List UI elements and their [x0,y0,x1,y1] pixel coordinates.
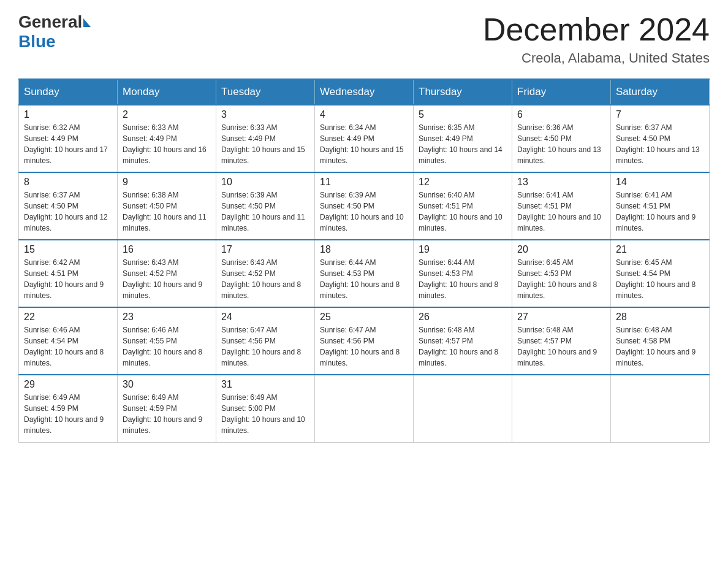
day-number: 31 [221,379,309,390]
day-number: 20 [517,244,605,255]
calendar-cell: 1Sunrise: 6:32 AMSunset: 4:49 PMDaylight… [19,105,118,172]
day-number: 29 [24,379,112,390]
col-thursday: Thursday [414,79,512,105]
day-info: Sunrise: 6:37 AMSunset: 4:50 PMDaylight:… [24,190,112,234]
month-title: December 2024 [483,12,710,47]
calendar-cell: 16Sunrise: 6:43 AMSunset: 4:52 PMDayligh… [118,240,216,307]
calendar-cell: 26Sunrise: 6:48 AMSunset: 4:57 PMDayligh… [414,307,512,375]
calendar-cell: 31Sunrise: 6:49 AMSunset: 5:00 PMDayligh… [216,375,315,442]
calendar-cell: 27Sunrise: 6:48 AMSunset: 4:57 PMDayligh… [512,307,611,375]
col-friday: Friday [512,79,611,105]
day-info: Sunrise: 6:36 AMSunset: 4:50 PMDaylight:… [517,122,605,166]
day-number: 1 [24,109,112,120]
header: General Blue December 2024 Creola, Alaba… [18,12,710,66]
logo-arrow-icon [83,18,91,27]
day-number: 25 [320,312,408,323]
day-info: Sunrise: 6:37 AMSunset: 4:50 PMDaylight:… [616,122,704,166]
day-number: 28 [616,312,704,323]
logo-area: General Blue [18,12,91,52]
calendar-cell: 6Sunrise: 6:36 AMSunset: 4:50 PMDaylight… [512,105,611,172]
calendar-cell: 25Sunrise: 6:47 AMSunset: 4:56 PMDayligh… [315,307,414,375]
day-info: Sunrise: 6:46 AMSunset: 4:55 PMDaylight:… [123,324,211,369]
day-info: Sunrise: 6:39 AMSunset: 4:50 PMDaylight:… [221,190,309,234]
day-number: 23 [123,312,211,323]
day-number: 11 [320,177,408,188]
day-number: 13 [517,177,605,188]
day-info: Sunrise: 6:46 AMSunset: 4:54 PMDaylight:… [24,324,112,369]
calendar-week-2: 8Sunrise: 6:37 AMSunset: 4:50 PMDaylight… [19,172,710,240]
calendar-cell: 19Sunrise: 6:44 AMSunset: 4:53 PMDayligh… [414,240,512,307]
calendar-cell: 4Sunrise: 6:34 AMSunset: 4:49 PMDaylight… [315,105,414,172]
day-number: 14 [616,177,704,188]
day-info: Sunrise: 6:43 AMSunset: 4:52 PMDaylight:… [123,257,211,301]
day-number: 4 [320,109,408,120]
calendar-cell: 13Sunrise: 6:41 AMSunset: 4:51 PMDayligh… [512,172,611,240]
day-info: Sunrise: 6:48 AMSunset: 4:57 PMDaylight:… [419,324,507,369]
calendar-cell [414,375,512,442]
day-info: Sunrise: 6:47 AMSunset: 4:56 PMDaylight:… [221,324,309,369]
day-info: Sunrise: 6:48 AMSunset: 4:57 PMDaylight:… [517,324,605,369]
day-number: 3 [221,109,309,120]
header-row: Sunday Monday Tuesday Wednesday Thursday… [19,79,710,105]
day-number: 17 [221,244,309,255]
day-number: 9 [123,177,211,188]
day-info: Sunrise: 6:41 AMSunset: 4:51 PMDaylight:… [616,190,704,234]
calendar-week-3: 15Sunrise: 6:42 AMSunset: 4:51 PMDayligh… [19,240,710,307]
calendar-cell: 22Sunrise: 6:46 AMSunset: 4:54 PMDayligh… [19,307,118,375]
calendar-cell [315,375,414,442]
calendar-cell: 12Sunrise: 6:40 AMSunset: 4:51 PMDayligh… [414,172,512,240]
calendar-week-4: 22Sunrise: 6:46 AMSunset: 4:54 PMDayligh… [19,307,710,375]
calendar-body: 1Sunrise: 6:32 AMSunset: 4:49 PMDaylight… [19,105,710,442]
day-number: 27 [517,312,605,323]
day-number: 16 [123,244,211,255]
title-area: December 2024 Creola, Alabama, United St… [483,12,710,66]
day-info: Sunrise: 6:34 AMSunset: 4:49 PMDaylight:… [320,122,408,166]
calendar-cell: 21Sunrise: 6:45 AMSunset: 4:54 PMDayligh… [611,240,710,307]
calendar-cell: 23Sunrise: 6:46 AMSunset: 4:55 PMDayligh… [118,307,216,375]
day-info: Sunrise: 6:48 AMSunset: 4:58 PMDaylight:… [616,324,704,369]
calendar-cell: 15Sunrise: 6:42 AMSunset: 4:51 PMDayligh… [19,240,118,307]
day-info: Sunrise: 6:35 AMSunset: 4:49 PMDaylight:… [419,122,507,166]
calendar-header: Sunday Monday Tuesday Wednesday Thursday… [19,79,710,105]
day-info: Sunrise: 6:44 AMSunset: 4:53 PMDaylight:… [419,257,507,301]
col-wednesday: Wednesday [315,79,414,105]
day-number: 12 [419,177,507,188]
calendar-week-5: 29Sunrise: 6:49 AMSunset: 4:59 PMDayligh… [19,375,710,442]
day-number: 18 [320,244,408,255]
calendar-cell: 14Sunrise: 6:41 AMSunset: 4:51 PMDayligh… [611,172,710,240]
day-number: 15 [24,244,112,255]
calendar-cell: 3Sunrise: 6:33 AMSunset: 4:49 PMDaylight… [216,105,315,172]
day-number: 7 [616,109,704,120]
day-number: 26 [419,312,507,323]
day-number: 10 [221,177,309,188]
calendar-cell: 18Sunrise: 6:44 AMSunset: 4:53 PMDayligh… [315,240,414,307]
calendar-cell: 7Sunrise: 6:37 AMSunset: 4:50 PMDaylight… [611,105,710,172]
col-saturday: Saturday [611,79,710,105]
calendar-cell: 29Sunrise: 6:49 AMSunset: 4:59 PMDayligh… [19,375,118,442]
calendar-cell: 9Sunrise: 6:38 AMSunset: 4:50 PMDaylight… [118,172,216,240]
col-tuesday: Tuesday [216,79,315,105]
calendar-cell [512,375,611,442]
day-info: Sunrise: 6:47 AMSunset: 4:56 PMDaylight:… [320,324,408,369]
calendar-cell: 20Sunrise: 6:45 AMSunset: 4:53 PMDayligh… [512,240,611,307]
day-number: 30 [123,379,211,390]
calendar-cell: 5Sunrise: 6:35 AMSunset: 4:49 PMDaylight… [414,105,512,172]
day-number: 21 [616,244,704,255]
day-info: Sunrise: 6:32 AMSunset: 4:49 PMDaylight:… [24,122,112,166]
day-number: 5 [419,109,507,120]
calendar-cell: 30Sunrise: 6:49 AMSunset: 4:59 PMDayligh… [118,375,216,442]
day-info: Sunrise: 6:40 AMSunset: 4:51 PMDaylight:… [419,190,507,234]
day-number: 2 [123,109,211,120]
day-info: Sunrise: 6:49 AMSunset: 4:59 PMDaylight:… [123,392,211,436]
calendar-cell: 8Sunrise: 6:37 AMSunset: 4:50 PMDaylight… [19,172,118,240]
day-number: 6 [517,109,605,120]
day-info: Sunrise: 6:33 AMSunset: 4:49 PMDaylight:… [123,122,211,166]
day-info: Sunrise: 6:44 AMSunset: 4:53 PMDaylight:… [320,257,408,301]
day-info: Sunrise: 6:45 AMSunset: 4:53 PMDaylight:… [517,257,605,301]
day-info: Sunrise: 6:42 AMSunset: 4:51 PMDaylight:… [24,257,112,301]
calendar-cell: 28Sunrise: 6:48 AMSunset: 4:58 PMDayligh… [611,307,710,375]
calendar-table: Sunday Monday Tuesday Wednesday Thursday… [18,79,710,443]
calendar-cell: 24Sunrise: 6:47 AMSunset: 4:56 PMDayligh… [216,307,315,375]
day-number: 22 [24,312,112,323]
calendar-cell: 11Sunrise: 6:39 AMSunset: 4:50 PMDayligh… [315,172,414,240]
